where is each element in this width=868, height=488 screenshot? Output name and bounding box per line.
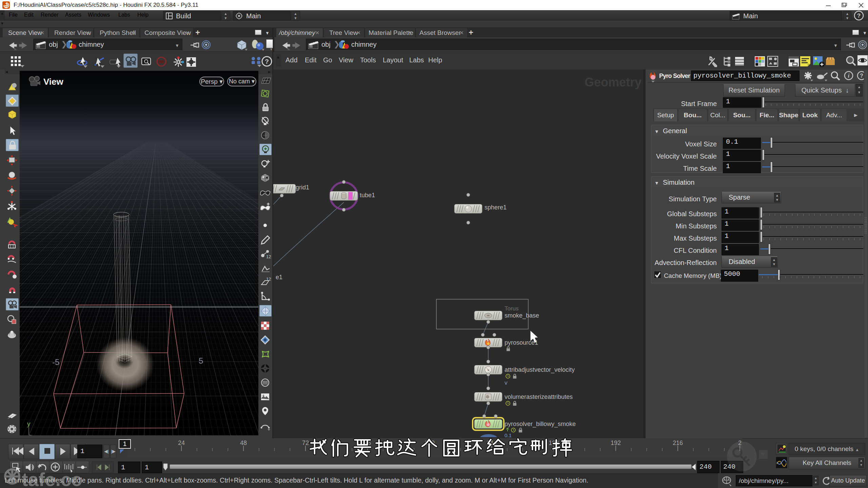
svg-text:48: 48	[240, 440, 247, 446]
svg-text:192: 192	[611, 440, 621, 446]
svg-text:12: 12	[266, 254, 271, 259]
svg-text:i: i	[848, 73, 850, 79]
svg-text:24: 24	[178, 440, 185, 446]
svg-text:12: 12	[266, 277, 271, 282]
svg-text:y: y	[27, 420, 31, 427]
svg-text:-5: -5	[52, 358, 59, 367]
svg-text:?: ?	[265, 58, 269, 65]
svg-text:5: 5	[199, 356, 203, 365]
svg-text:?: ?	[857, 13, 861, 19]
svg-text:?: ?	[860, 73, 863, 79]
svg-text:216: 216	[673, 440, 683, 446]
svg-text:z: z	[34, 435, 37, 435]
svg-text:v: v	[488, 368, 489, 372]
svg-text:tafe.cc: tafe.cc	[22, 469, 82, 488]
